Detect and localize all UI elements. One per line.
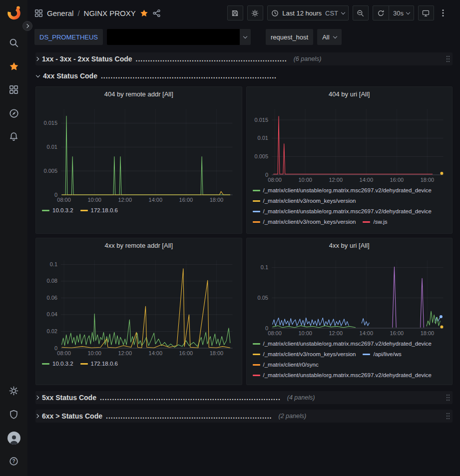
breadcrumb-section[interactable]: General — [47, 9, 73, 17]
save-dashboard-button[interactable] — [227, 5, 243, 20]
main-area: General / NGINX PROXY — [27, 0, 460, 476]
svg-text:18:00: 18:00 — [420, 330, 434, 336]
panel-title[interactable]: 4xx by remote addr [All] — [36, 238, 242, 252]
star-filled-icon[interactable] — [140, 9, 148, 17]
row-5xx[interactable]: 5xx Status Code ........................… — [35, 391, 453, 404]
grafana-logo[interactable] — [6, 5, 21, 20]
panel-title[interactable]: 404 by remote addr [All] — [36, 87, 242, 101]
zoom-out-button[interactable] — [353, 5, 369, 20]
sidebar-item-profile[interactable] — [0, 426, 27, 450]
row-4xx[interactable]: 4xx Status Code ........................… — [35, 69, 453, 82]
legend-swatch — [363, 354, 370, 355]
chevron-down-icon — [406, 10, 410, 14]
panel-4xx-by-uri: 4xx by uri [All] 00.050.108:0010:0012:00… — [246, 238, 453, 385]
time-series-chart[interactable]: 00.0050.010.01508:0010:0012:0014:0016:00… — [38, 105, 239, 204]
sidebar-item-server-admin[interactable] — [0, 403, 27, 426]
sidebar-item-alerting[interactable] — [0, 125, 27, 148]
legend-item[interactable]: /_matrix/client/v3/room_keys/version — [253, 349, 356, 360]
sidebar-item-starred[interactable] — [0, 54, 27, 78]
refresh-picker: 30s — [373, 5, 414, 20]
legend-label: /_matrix/client/unstable/org.matrix.msc2… — [263, 206, 432, 217]
page-title[interactable]: NGINX PROXY — [84, 9, 136, 17]
legend-swatch — [253, 200, 260, 202]
svg-text:12:00: 12:00 — [118, 350, 132, 356]
request-host-value-text: All — [322, 33, 329, 41]
legend-item[interactable]: /_matrix/client/unstable/org.matrix.msc2… — [253, 339, 432, 349]
row-drag-handle[interactable] — [446, 394, 451, 402]
svg-text:0.015: 0.015 — [254, 117, 268, 123]
request-host-variable-value[interactable]: All — [317, 29, 341, 45]
svg-text:18:00: 18:00 — [420, 177, 434, 183]
sidebar-item-help[interactable]: ? — [0, 450, 27, 473]
panel-legend: /_matrix/client/unstable/org.matrix.msc2… — [247, 337, 453, 383]
panel-title[interactable]: 404 by uri [All] — [247, 87, 453, 101]
legend-item[interactable]: 10.0.3.2 — [42, 359, 73, 369]
datasource-variable-value[interactable] — [107, 29, 251, 45]
bell-icon — [9, 132, 18, 141]
legend-swatch — [42, 210, 49, 211]
svg-text:10:00: 10:00 — [298, 177, 312, 183]
tv-mode-button[interactable] — [418, 5, 434, 20]
sidebar-item-explore[interactable] — [0, 101, 27, 125]
sidebar-item-configuration[interactable] — [0, 379, 27, 403]
row-title: 5xx Status Code — [42, 394, 96, 402]
more-options-button[interactable] — [438, 5, 454, 20]
drag-dots-icon — [446, 412, 451, 420]
sidebar-item-search[interactable] — [0, 31, 27, 54]
request-host-variable-label[interactable]: request_host — [266, 29, 313, 45]
time-series-chart[interactable]: 00.050.108:0010:0012:0014:0016:0018:00 — [249, 256, 450, 337]
legend-item[interactable]: /_matrix/client/unstable/org.matrix.msc2… — [253, 206, 432, 217]
star-icon — [9, 61, 19, 71]
legend-swatch — [80, 363, 88, 365]
legend-item[interactable]: /_matrix/client/v3/room_keys/version — [253, 196, 356, 206]
refresh-interval-dropdown[interactable]: 30s — [389, 6, 414, 20]
dashboard-body: 1xx - 3xx - 2xx Status Code ............… — [27, 48, 460, 476]
legend-item[interactable]: 10.0.3.2 — [42, 205, 73, 216]
legend-swatch — [253, 190, 260, 191]
svg-text:14:00: 14:00 — [359, 330, 373, 336]
row-drag-handle[interactable] — [446, 55, 451, 63]
timezone-label: CST — [325, 9, 338, 17]
panel-legend: 10.0.3.2172.18.0.6 — [36, 204, 242, 218]
drag-dots-icon — [446, 55, 451, 63]
svg-text:08:00: 08:00 — [57, 350, 71, 356]
svg-text:08:00: 08:00 — [57, 197, 71, 203]
panel-title[interactable]: 4xx by uri [All] — [247, 238, 453, 252]
svg-text:16:00: 16:00 — [390, 177, 404, 183]
legend-item[interactable]: /_matrix/client/r0/sync — [253, 360, 319, 370]
legend-item[interactable]: /sw.js — [363, 217, 387, 227]
legend-item[interactable]: /_matrix/client/unstable/org.matrix.msc2… — [253, 185, 432, 196]
drag-dots-icon — [446, 394, 451, 402]
row-1xx-3xx-2xx[interactable]: 1xx - 3xx - 2xx Status Code ............… — [35, 52, 453, 65]
legend-swatch — [253, 211, 260, 212]
legend-item[interactable]: 172.18.0.6 — [80, 359, 118, 369]
dashboard-settings-button[interactable] — [247, 5, 263, 20]
row-drag-handle[interactable] — [446, 412, 451, 420]
legend-item[interactable]: /_matrix/client/v3/room_keys/version — [253, 217, 356, 227]
svg-text:12:00: 12:00 — [329, 330, 343, 336]
time-series-chart[interactable]: 00.020.040.060.080.108:0010:0012:0014:00… — [38, 256, 239, 357]
legend-item[interactable]: /api/live/ws — [363, 349, 401, 360]
datasource-variable-label[interactable]: DS_PROMETHEUS — [34, 29, 103, 45]
svg-text:10:00: 10:00 — [87, 197, 101, 203]
dashboards-grid-icon — [9, 85, 18, 94]
row-title-dots: ........................................… — [101, 72, 277, 80]
share-icon[interactable] — [152, 9, 161, 17]
legend-item[interactable]: 172.18.0.6 — [80, 205, 118, 216]
legend-swatch — [363, 221, 370, 223]
time-series-chart[interactable]: 00.0050.010.01508:0010:0012:0014:0016:00… — [249, 105, 450, 184]
row-panel-count: (6 panels) — [294, 55, 322, 62]
svg-text:0.05: 0.05 — [257, 295, 268, 301]
toolbar: Last 12 hours CST 3 — [227, 5, 454, 20]
chevron-down-icon — [333, 34, 337, 38]
grafana-logo-icon — [6, 5, 21, 20]
svg-text:0.04: 0.04 — [47, 311, 57, 317]
sidebar-item-dashboards[interactable] — [0, 78, 27, 101]
legend-item[interactable]: /_matrix/client/unstable/org.matrix.msc2… — [253, 370, 432, 381]
row-6xx[interactable]: 6xx > Status Code ......................… — [35, 410, 453, 423]
refresh-button[interactable] — [373, 6, 389, 20]
time-range-picker[interactable]: Last 12 hours CST — [267, 5, 349, 20]
breadcrumb: General / NGINX PROXY — [34, 9, 161, 17]
legend-swatch — [253, 364, 260, 366]
sidebar-expand-button[interactable] — [22, 21, 32, 31]
